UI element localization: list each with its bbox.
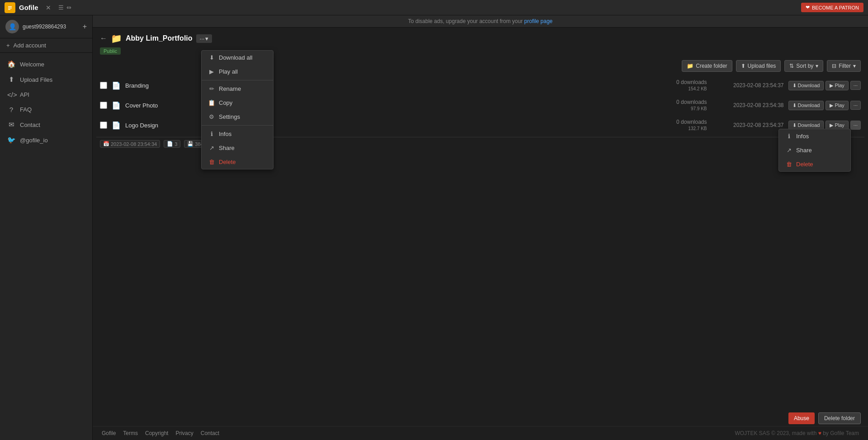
patron-icon: ❤	[806, 5, 810, 10]
main-layout: 👤 guest9928864293 + + Add account 🏠 Welc…	[0, 15, 868, 440]
file-more-button[interactable]: ···	[850, 101, 861, 110]
sidebar-item-label: FAQ	[20, 106, 32, 113]
close-icon[interactable]: ✕	[46, 4, 51, 11]
download-button[interactable]: ⬇ Download	[788, 81, 824, 90]
svg-rect-2	[8, 8, 12, 9]
file-type-icon: 📄	[112, 81, 121, 90]
footer-link-gofile[interactable]: Gofile	[102, 430, 116, 436]
svg-rect-1	[8, 6, 12, 7]
add-account-icon: +	[6, 42, 10, 49]
play-all-menu-item[interactable]: ▶ Play all	[202, 65, 273, 79]
file-type-icon: 📄	[112, 121, 121, 130]
sidebar-user: 👤 guest9928864293 +	[0, 15, 92, 38]
add-account-row[interactable]: + Add account	[0, 38, 92, 53]
chevron-down-icon: ▾	[205, 35, 208, 42]
file-stats: 0 downloads97.9 KB	[644, 99, 707, 112]
footer-link-copyright[interactable]: Copyright	[145, 430, 168, 436]
sidebar-item-faq[interactable]: ? FAQ	[0, 102, 92, 117]
footer-link-terms[interactable]: Terms	[123, 430, 138, 436]
file-date: 2023-02-08 23:54:37	[712, 122, 784, 128]
filter-icon: ⊟	[832, 63, 836, 69]
home-icon: 🏠	[7, 60, 15, 68]
create-folder-button[interactable]: 📁 Create folder	[682, 60, 732, 72]
delete-menu-item[interactable]: 🗑 Delete	[202, 155, 273, 169]
heart-icon: ♥	[818, 430, 823, 436]
expand-icon[interactable]: ⇔	[66, 4, 71, 11]
sidebar: 👤 guest9928864293 + + Add account 🏠 Welc…	[0, 15, 93, 440]
back-button[interactable]: ←	[100, 34, 107, 42]
create-folder-icon: 📁	[687, 63, 693, 69]
sidebar-item-welcome[interactable]: 🏠 Welcome	[0, 56, 92, 72]
delete-icon: 🗑	[208, 159, 215, 165]
list-icon[interactable]: ☰	[58, 4, 64, 11]
footer-link-contact[interactable]: Contact	[201, 430, 219, 436]
share-context-item[interactable]: ↗ Share	[779, 143, 850, 157]
play-button[interactable]: ▶ Play	[826, 101, 848, 110]
folder-header: ← 📁 Abby Lim_Portfolio ··· ▾ ⬇ Download …	[93, 28, 868, 47]
filter-chevron-icon: ▾	[853, 63, 856, 69]
patron-button[interactable]: ❤ BECOME A PATRON	[801, 3, 863, 12]
folder-more-button[interactable]: ··· ▾	[196, 34, 212, 43]
settings-icon: ⚙	[208, 113, 215, 120]
date-badge: 📅 2023-02-08 23:54:34	[100, 140, 160, 148]
download-button[interactable]: ⬇ Download	[788, 101, 824, 110]
share-menu-item[interactable]: ↗ Share	[202, 141, 273, 155]
download-icon: ⬇	[793, 122, 797, 128]
visibility-badge: Public	[100, 47, 121, 55]
file-count-badge: 📄 3	[164, 140, 180, 148]
file-type-icon: 📄	[112, 101, 121, 110]
logo-icon	[5, 2, 15, 13]
sidebar-item-upload[interactable]: ⬆ Upload Files	[0, 72, 92, 87]
infos-label: Infos	[219, 131, 231, 137]
footer: Gofile Terms Copyright Privacy Contact W…	[93, 426, 868, 440]
copy-menu-item[interactable]: 📋 Copy	[202, 96, 273, 110]
avatar: 👤	[5, 20, 19, 33]
share-label: Share	[796, 147, 812, 154]
play-icon: ▶	[830, 122, 833, 128]
upload-files-button[interactable]: ⬆ Upload files	[736, 60, 781, 72]
file-more-button[interactable]: ···	[850, 81, 861, 90]
svg-rect-3	[8, 9, 10, 10]
contact-icon: ✉	[7, 121, 15, 129]
download-all-menu-item[interactable]: ⬇ Download all	[202, 51, 273, 65]
settings-menu-item[interactable]: ⚙ Settings	[202, 110, 273, 124]
filter-button[interactable]: ⊟ Filter ▾	[827, 60, 861, 72]
sidebar-item-contact[interactable]: ✉ Contact	[0, 117, 92, 132]
folder-bottom-actions: Abuse Delete folder	[93, 411, 868, 426]
delete-folder-button[interactable]: Delete folder	[818, 412, 861, 424]
upload-icon: ⬆	[7, 75, 15, 84]
file-more-button[interactable]: ···	[850, 121, 861, 130]
file-date: 2023-02-08 23:54:38	[712, 102, 784, 108]
file-date: 2023-02-08 23:54:37	[712, 82, 784, 89]
folder-name: Abby Lim_Portfolio	[126, 34, 193, 42]
sort-icon: ⇅	[789, 63, 794, 69]
share-icon: ↗	[208, 145, 215, 151]
delete-context-item[interactable]: 🗑 Delete	[779, 157, 850, 171]
file-checkbox[interactable]	[100, 82, 107, 89]
copy-label: Copy	[219, 99, 232, 106]
folder-icon: 📁	[111, 33, 122, 44]
sidebar-item-api[interactable]: </> API	[0, 87, 92, 102]
file-checkbox[interactable]	[100, 122, 107, 129]
profile-page-link[interactable]: profile page	[524, 18, 553, 24]
user-name: guest9928864293	[23, 23, 79, 30]
download-icon: ⬇	[793, 83, 797, 89]
rename-menu-item[interactable]: ✏ Rename	[202, 82, 273, 96]
user-add-button[interactable]: +	[83, 23, 87, 31]
settings-label: Settings	[219, 113, 240, 120]
file-checkbox[interactable]	[100, 102, 107, 109]
rename-label: Rename	[219, 85, 241, 92]
sort-by-button[interactable]: ⇅ Sort by ▾	[784, 60, 823, 72]
copy-icon: 📋	[208, 99, 215, 106]
download-all-icon: ⬇	[208, 54, 215, 61]
infos-context-item[interactable]: ℹ Infos	[779, 129, 850, 143]
play-all-label: Play all	[219, 68, 238, 75]
play-button[interactable]: ▶ Play	[826, 81, 848, 90]
footer-link-privacy[interactable]: Privacy	[175, 430, 193, 436]
infos-menu-item[interactable]: ℹ Infos	[202, 127, 273, 141]
abuse-button[interactable]: Abuse	[788, 412, 815, 424]
sidebar-item-twitter[interactable]: 🐦 @gofile_io	[0, 132, 92, 148]
delete-icon: 🗑	[785, 161, 793, 168]
ad-text: To disable ads, upgrade your account fro…	[408, 18, 523, 24]
upload-icon: ⬆	[741, 63, 745, 69]
